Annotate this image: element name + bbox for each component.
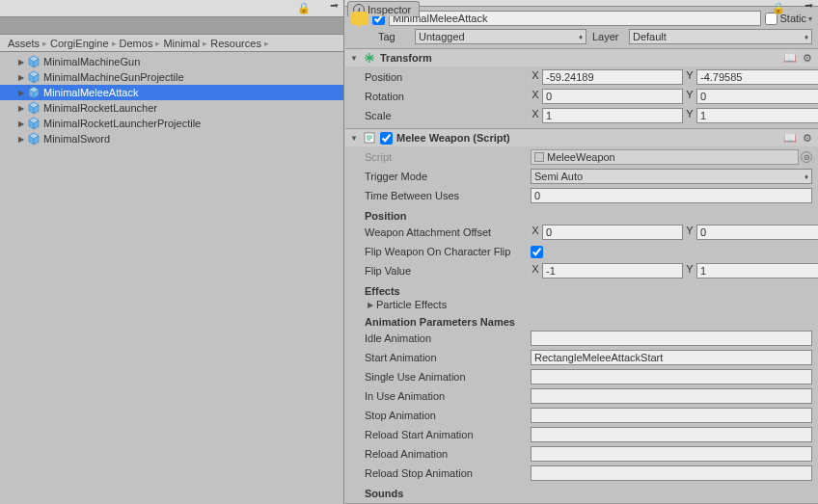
prefab-icon bbox=[27, 132, 41, 146]
flipval-y-input[interactable] bbox=[696, 263, 818, 279]
rotation-y-input[interactable] bbox=[696, 89, 818, 104]
breadcrumb-item[interactable]: CorgiEngine bbox=[50, 38, 109, 49]
prefab-icon bbox=[27, 86, 41, 99]
component-transform: ▼ Transform 📖 ⚙ PositionXYZ RotationXYZ … bbox=[345, 49, 818, 129]
chevron-down-icon: ♦ bbox=[804, 33, 808, 41]
component-enabled-checkbox[interactable] bbox=[380, 132, 393, 145]
layer-dropdown[interactable]: Default♦ bbox=[629, 29, 812, 44]
stop-anim-label: Stop Animation bbox=[365, 410, 531, 421]
single-anim-label: Single Use Animation bbox=[365, 371, 531, 383]
asset-row[interactable]: ▶MinimalMachineGun bbox=[0, 54, 343, 69]
component-header[interactable]: ▼ Transform 📖 ⚙ bbox=[345, 49, 818, 66]
asset-label: MinimalRocketLauncher bbox=[42, 102, 157, 114]
tbu-input[interactable] bbox=[531, 188, 812, 203]
chevron-down-icon: ♦ bbox=[804, 172, 808, 181]
breadcrumb-item[interactable]: Assets bbox=[8, 38, 40, 49]
prefab-icon bbox=[27, 70, 41, 84]
gameobject-name-input[interactable] bbox=[389, 11, 761, 26]
position-label: Position bbox=[365, 71, 531, 83]
rotation-x-input[interactable] bbox=[542, 89, 683, 104]
breadcrumb-item[interactable]: Resources bbox=[210, 38, 261, 49]
layer-label: Layer bbox=[592, 31, 623, 42]
asset-row[interactable]: ▶MinimalMeleeAttack bbox=[0, 85, 343, 100]
project-panel: 🔒 ▪▪▪▾ Assets▸ CorgiEngine▸ Demos▸ Minim… bbox=[0, 0, 344, 504]
object-picker-icon[interactable]: ⊙ bbox=[801, 151, 812, 163]
project-tabbar bbox=[0, 17, 343, 35]
transform-icon bbox=[363, 51, 376, 65]
foldout-icon[interactable]: ▶ bbox=[15, 71, 27, 83]
single-anim-input[interactable] bbox=[531, 369, 812, 385]
flip-label: Flip Weapon On Character Flip bbox=[365, 246, 531, 257]
help-icon[interactable]: 📖 bbox=[783, 131, 797, 145]
component-title: Melee Weapon (Script) bbox=[396, 132, 779, 144]
breadcrumb-item[interactable]: Demos bbox=[120, 38, 153, 49]
asset-tree: ▶MinimalMachineGun▶MinimalMachineGunProj… bbox=[0, 52, 343, 146]
idle-anim-input[interactable] bbox=[531, 331, 812, 346]
prefab-icon bbox=[27, 55, 41, 68]
position-header: Position bbox=[365, 210, 812, 222]
position-x-input[interactable] bbox=[542, 69, 683, 85]
foldout-icon[interactable]: ▶ bbox=[15, 56, 27, 67]
gear-icon[interactable]: ⚙ bbox=[801, 131, 814, 145]
lock-icon[interactable]: 🔒 bbox=[297, 2, 311, 14]
asset-row[interactable]: ▶MinimalMachineGunProjectile bbox=[0, 69, 343, 85]
reloadstop-anim-input[interactable] bbox=[531, 465, 812, 481]
breadcrumb-item[interactable]: Minimal bbox=[163, 38, 200, 49]
flip-checkbox[interactable] bbox=[531, 246, 543, 258]
sounds-header: Sounds bbox=[365, 488, 812, 499]
asset-row[interactable]: ▶MinimalRocketLauncherProjectile bbox=[0, 116, 343, 131]
flipval-x-input[interactable] bbox=[542, 263, 683, 279]
gameobject-icon[interactable] bbox=[351, 12, 368, 25]
script-icon bbox=[534, 152, 544, 162]
reloadstart-anim-input[interactable] bbox=[531, 427, 812, 442]
foldout-icon[interactable]: ▶ bbox=[15, 102, 27, 114]
wao-y-input[interactable] bbox=[696, 225, 818, 240]
component-title: Transform bbox=[380, 52, 779, 64]
gear-icon[interactable]: ⚙ bbox=[801, 51, 814, 65]
tag-label: Tag bbox=[378, 31, 409, 42]
tag-dropdown[interactable]: Untagged♦ bbox=[415, 29, 586, 44]
component-header[interactable]: ▼ Melee Weapon (Script) 📖 ⚙ bbox=[345, 129, 818, 146]
reload-anim-input[interactable] bbox=[531, 446, 812, 462]
scale-label: Scale bbox=[365, 110, 531, 121]
foldout-icon[interactable]: ▶ bbox=[15, 133, 27, 145]
start-anim-input[interactable] bbox=[531, 350, 812, 365]
inuse-anim-input[interactable] bbox=[531, 388, 812, 404]
panel-menu-icon[interactable]: ▪▪▪▾ bbox=[331, 2, 338, 10]
asset-row[interactable]: ▶MinimalRocketLauncher bbox=[0, 100, 343, 116]
asset-label: MinimalSword bbox=[42, 133, 110, 145]
effects-header: Effects bbox=[365, 285, 812, 297]
chevron-right-icon: ▸ bbox=[42, 39, 47, 48]
foldout-icon[interactable]: ▼ bbox=[349, 52, 359, 64]
script-label: Script bbox=[365, 151, 531, 163]
script-icon bbox=[363, 131, 376, 145]
stop-anim-input[interactable] bbox=[531, 408, 812, 423]
tab-label: Inspector bbox=[368, 4, 411, 15]
foldout-icon[interactable]: ▶ bbox=[15, 87, 27, 98]
asset-label: MinimalRocketLauncherProjectile bbox=[42, 118, 201, 129]
help-icon[interactable]: 📖 bbox=[783, 51, 797, 65]
reload-anim-label: Reload Animation bbox=[365, 448, 531, 460]
foldout-icon[interactable]: ▶ bbox=[15, 118, 27, 129]
scale-x-input[interactable] bbox=[542, 108, 683, 123]
inspector-toolbar: i Inspector 🔒 ▪▪▪▾ bbox=[345, 0, 818, 7]
foldout-icon[interactable]: ▼ bbox=[349, 132, 359, 144]
lock-icon[interactable]: 🔒 bbox=[772, 2, 785, 14]
tbu-label: Time Between Uses bbox=[365, 190, 531, 201]
inuse-anim-label: In Use Animation bbox=[365, 390, 531, 402]
position-y-input[interactable] bbox=[696, 69, 818, 85]
chevron-right-icon: ▸ bbox=[203, 39, 207, 48]
foldout-icon[interactable]: ▶ bbox=[365, 299, 376, 310]
breadcrumb[interactable]: Assets▸ CorgiEngine▸ Demos▸ Minimal▸ Res… bbox=[0, 35, 343, 52]
anim-header: Animation Parameters Names bbox=[365, 316, 812, 328]
chevron-right-icon: ▸ bbox=[264, 39, 269, 48]
asset-row[interactable]: ▶MinimalSword bbox=[0, 131, 343, 146]
trigger-mode-dropdown[interactable]: Semi Auto♦ bbox=[531, 169, 812, 184]
scale-y-input[interactable] bbox=[696, 108, 818, 123]
start-anim-label: Start Animation bbox=[365, 352, 531, 363]
trigger-mode-label: Trigger Mode bbox=[365, 171, 531, 182]
wao-x-input[interactable] bbox=[542, 225, 683, 240]
panel-menu-icon[interactable]: ▪▪▪▾ bbox=[805, 2, 812, 10]
chevron-down-icon[interactable]: ▾ bbox=[808, 14, 812, 23]
asset-label: MinimalMachineGun bbox=[42, 56, 140, 67]
